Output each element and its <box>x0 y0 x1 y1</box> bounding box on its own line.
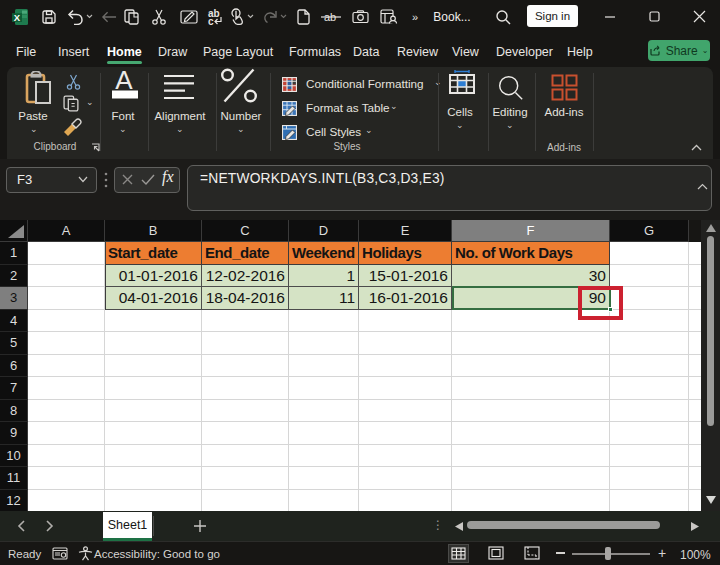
svg-text:c: c <box>208 16 214 26</box>
svg-text:X: X <box>14 11 21 22</box>
